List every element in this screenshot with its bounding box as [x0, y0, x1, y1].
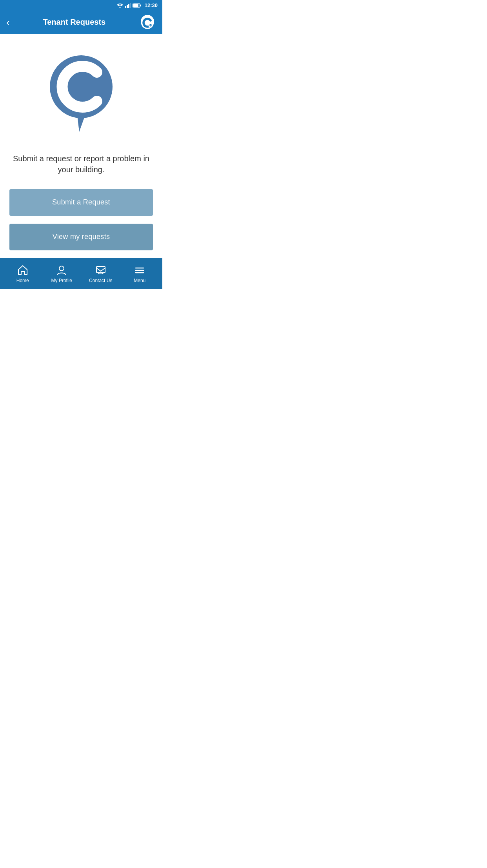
svg-marker-13 [77, 115, 85, 132]
nav-profile-label: My Profile [51, 278, 72, 283]
main-content: Submit a request or report a problem in … [0, 34, 162, 258]
bottom-nav: Home My Profile Contact Us [0, 258, 162, 289]
battery-icon [133, 3, 141, 8]
svg-point-0 [119, 7, 120, 8]
brand-logo-large-icon [42, 49, 120, 136]
menu-icon [133, 264, 146, 276]
nav-contact-us[interactable]: Contact Us [81, 264, 120, 283]
nav-home[interactable]: Home [3, 264, 42, 283]
submit-request-button[interactable]: Submit a Request [9, 189, 153, 216]
profile-icon [55, 264, 68, 276]
svg-rect-1 [125, 6, 126, 8]
description-text: Submit a request or report a problem in … [9, 153, 153, 175]
svg-point-14 [59, 266, 64, 271]
header-brand-icon [139, 15, 156, 32]
view-requests-button[interactable]: View my requests [9, 224, 153, 250]
nav-home-label: Home [16, 278, 29, 283]
contact-icon [94, 264, 107, 276]
nav-my-profile[interactable]: My Profile [42, 264, 82, 283]
status-bar: 12:30 [0, 0, 162, 11]
brand-logo-container [42, 49, 120, 137]
svg-rect-7 [140, 4, 141, 6]
svg-rect-3 [128, 4, 129, 8]
home-icon [16, 264, 29, 276]
status-time: 12:30 [145, 2, 158, 8]
nav-menu[interactable]: Menu [120, 264, 160, 283]
nav-contact-label: Contact Us [89, 278, 112, 283]
app-header: ‹ Tenant Requests C [0, 11, 162, 34]
svg-rect-6 [133, 4, 138, 7]
nav-menu-label: Menu [134, 278, 145, 283]
wifi-icon [117, 3, 123, 8]
signal-icon [125, 3, 131, 8]
back-button[interactable]: ‹ [6, 17, 10, 27]
status-icons: 12:30 [117, 2, 158, 8]
page-title: Tenant Requests [10, 18, 139, 27]
svg-rect-4 [130, 3, 131, 8]
svg-rect-2 [127, 5, 128, 8]
svg-rect-15 [96, 266, 105, 273]
